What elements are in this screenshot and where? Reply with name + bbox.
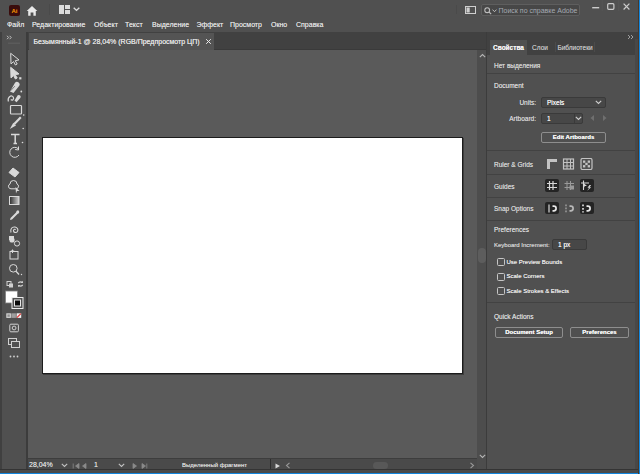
svg-text:Ai: Ai: [11, 8, 17, 14]
